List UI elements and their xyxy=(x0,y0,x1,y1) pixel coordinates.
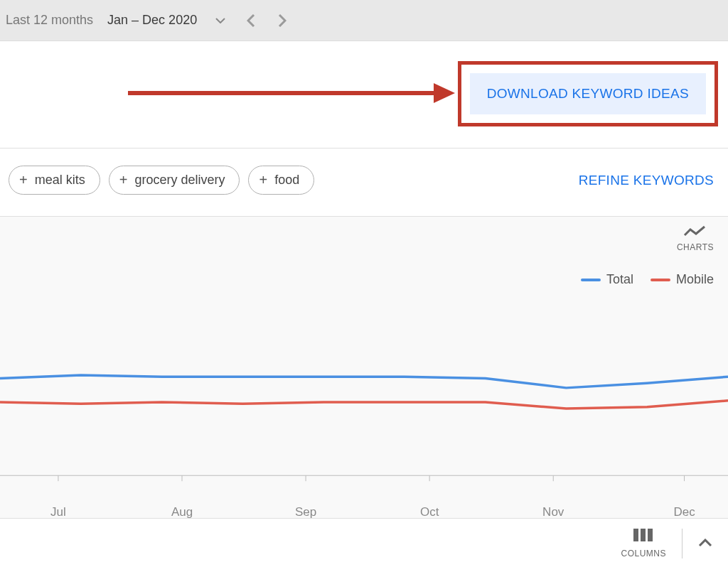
annotation-arrow-icon xyxy=(128,79,455,110)
legend-item-total[interactable]: Total xyxy=(581,272,633,287)
expand-button[interactable] xyxy=(698,537,712,550)
charts-label: CHARTS xyxy=(677,242,714,252)
date-range-value: Jan – Dec 2020 xyxy=(107,13,197,28)
plus-icon: + xyxy=(259,172,267,188)
date-prev-button[interactable] xyxy=(240,10,262,31)
download-keyword-ideas-button[interactable]: DOWNLOAD KEYWORD IDEAS xyxy=(470,73,706,114)
date-range-selector[interactable]: Jan – Dec 2020 xyxy=(102,13,231,28)
date-range-label: Last 12 months xyxy=(6,13,93,28)
columns-label: COLUMNS xyxy=(621,549,666,558)
svg-rect-9 xyxy=(633,529,638,541)
x-axis-label: Sep xyxy=(295,505,316,519)
chevron-up-icon xyxy=(698,537,712,549)
chart-canvas: JulAugSepOctNovDec xyxy=(0,309,728,518)
x-axis-label: Nov xyxy=(542,505,564,519)
date-next-button[interactable] xyxy=(271,10,294,31)
footer-toolbar: COLUMNS xyxy=(0,519,728,567)
legend-swatch-icon xyxy=(651,279,670,281)
keyword-chip[interactable]: + grocery delivery xyxy=(109,166,240,195)
plus-icon: + xyxy=(119,172,128,188)
keyword-chips: + meal kits + grocery delivery + food xyxy=(9,166,314,195)
caret-down-icon xyxy=(215,18,225,23)
chip-label: grocery delivery xyxy=(134,173,225,188)
svg-rect-10 xyxy=(641,529,646,541)
download-row: DOWNLOAD KEYWORD IDEAS xyxy=(0,41,728,148)
plus-icon: + xyxy=(19,172,28,188)
download-callout-box: DOWNLOAD KEYWORD IDEAS xyxy=(458,61,718,126)
columns-icon xyxy=(633,529,653,544)
keyword-chip[interactable]: + food xyxy=(248,166,314,195)
svg-marker-1 xyxy=(434,83,455,103)
chip-label: food xyxy=(274,173,299,188)
legend-item-mobile[interactable]: Mobile xyxy=(651,272,714,287)
keyword-chip[interactable]: + meal kits xyxy=(9,166,100,195)
chip-label: meal kits xyxy=(35,173,85,188)
x-axis-label: Aug xyxy=(171,505,193,519)
date-range-bar: Last 12 months Jan – Dec 2020 xyxy=(0,0,728,41)
chart-legend: Total Mobile xyxy=(581,272,714,287)
keywords-row: + meal kits + grocery delivery + food RE… xyxy=(0,148,728,217)
legend-swatch-icon xyxy=(581,279,601,281)
columns-button[interactable]: COLUMNS xyxy=(621,529,682,558)
line-chart-icon xyxy=(683,225,707,239)
chart-type-selector[interactable]: CHARTS xyxy=(677,225,714,252)
legend-label: Mobile xyxy=(676,272,714,287)
svg-rect-11 xyxy=(648,529,653,541)
x-axis-label: Dec xyxy=(673,505,695,519)
x-axis-label: Oct xyxy=(420,505,439,519)
legend-label: Total xyxy=(606,272,633,287)
refine-keywords-button[interactable]: REFINE KEYWORDS xyxy=(579,173,714,188)
chart-section: CHARTS Total Mobile JulAugSepOctNovDec xyxy=(0,217,728,519)
x-axis-label: Jul xyxy=(50,505,66,519)
